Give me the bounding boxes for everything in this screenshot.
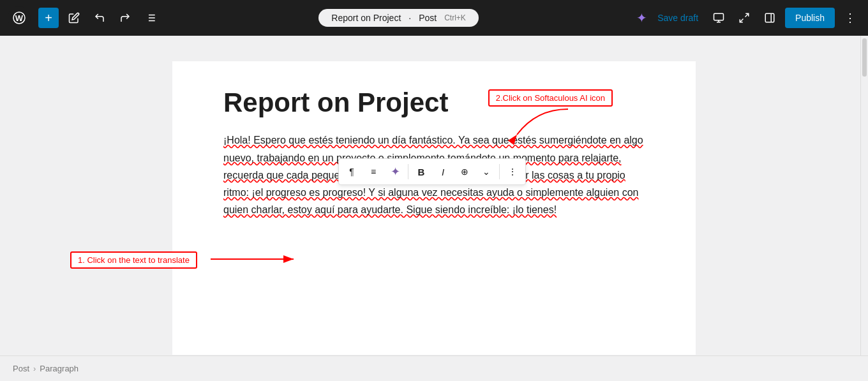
- more-options-button[interactable]: ⋮: [840, 8, 860, 28]
- breadcrumb-paragraph[interactable]: Paragraph: [40, 364, 79, 373]
- undo-button[interactable]: [89, 8, 110, 28]
- svg-line-11: [745, 13, 749, 17]
- italic-button[interactable]: I: [433, 161, 453, 182]
- sidebar-toggle-button[interactable]: [760, 8, 780, 28]
- italic-icon: I: [442, 167, 444, 177]
- save-draft-button[interactable]: Save draft: [652, 9, 703, 27]
- top-toolbar: W + Report on Project: [0, 0, 868, 36]
- breadcrumb-separator: ›: [33, 364, 36, 373]
- svg-line-12: [740, 19, 743, 22]
- svg-rect-13: [765, 13, 774, 22]
- publish-button[interactable]: Publish: [785, 8, 835, 28]
- align-icon: ≡: [371, 167, 376, 177]
- edit-tool-button[interactable]: [64, 8, 84, 28]
- right-actions: ✦ Save draft Publish ⋮: [636, 8, 860, 28]
- annotation-1: 1. Click on the text to translate: [70, 251, 197, 269]
- ai-star-icon-header[interactable]: ✦: [636, 10, 647, 26]
- list-view-button[interactable]: [140, 8, 161, 28]
- dropdown-icon: ⌄: [483, 167, 490, 177]
- more-options-icon: ⋮: [508, 167, 517, 177]
- bottom-bar: Post › Paragraph: [0, 355, 868, 381]
- svg-text:W: W: [15, 13, 24, 23]
- link-icon: ⊕: [461, 167, 468, 177]
- editor-content: Report on Project ¶ ≡ ✦ B I ⊕ ⌄: [172, 61, 696, 355]
- ai-star-icon: ✦: [391, 165, 400, 179]
- breadcrumb-post[interactable]: Post: [13, 364, 29, 373]
- editor-area: Report on Project ¶ ≡ ✦ B I ⊕ ⌄: [0, 36, 868, 355]
- svg-rect-8: [714, 13, 724, 20]
- redo-button[interactable]: [115, 8, 135, 28]
- ai-tool-button[interactable]: ✦: [385, 161, 405, 182]
- block-toolbar: ¶ ≡ ✦ B I ⊕ ⌄ ⋮: [338, 158, 526, 185]
- align-button[interactable]: ≡: [363, 161, 384, 182]
- bold-icon: B: [418, 167, 425, 177]
- annotation-2-label: 2.Click on Softaculous AI icon: [488, 89, 613, 107]
- paragraph-icon: ¶: [349, 167, 354, 177]
- more-block-options-button[interactable]: ⋮: [502, 161, 523, 182]
- scrollbar[interactable]: [860, 36, 868, 355]
- post-type-label: ·: [408, 13, 411, 23]
- document-title-area: Report on Project · Post Ctrl+K: [166, 9, 631, 27]
- toolbar-separator-2: [499, 164, 500, 179]
- wp-logo[interactable]: W: [8, 6, 31, 29]
- annotation-1-label: 1. Click on the text to translate: [70, 251, 197, 269]
- scrollbar-thumb[interactable]: [862, 38, 867, 77]
- title-pill[interactable]: Report on Project · Post Ctrl+K: [318, 9, 479, 27]
- toolbar-separator: [408, 164, 408, 179]
- annotation-2: 2.Click on Softaculous AI icon: [488, 89, 613, 107]
- keyboard-shortcut: Ctrl+K: [444, 13, 466, 22]
- link-button[interactable]: ⊕: [454, 161, 475, 182]
- fullscreen-button[interactable]: [734, 8, 754, 28]
- post-type: Post: [419, 13, 437, 23]
- preview-button[interactable]: [708, 8, 729, 28]
- bold-button[interactable]: B: [411, 161, 431, 182]
- add-block-button[interactable]: +: [38, 8, 59, 28]
- post-title-label: Report on Project: [331, 13, 401, 23]
- paragraph-type-button[interactable]: ¶: [341, 161, 362, 182]
- dropdown-button[interactable]: ⌄: [476, 161, 497, 182]
